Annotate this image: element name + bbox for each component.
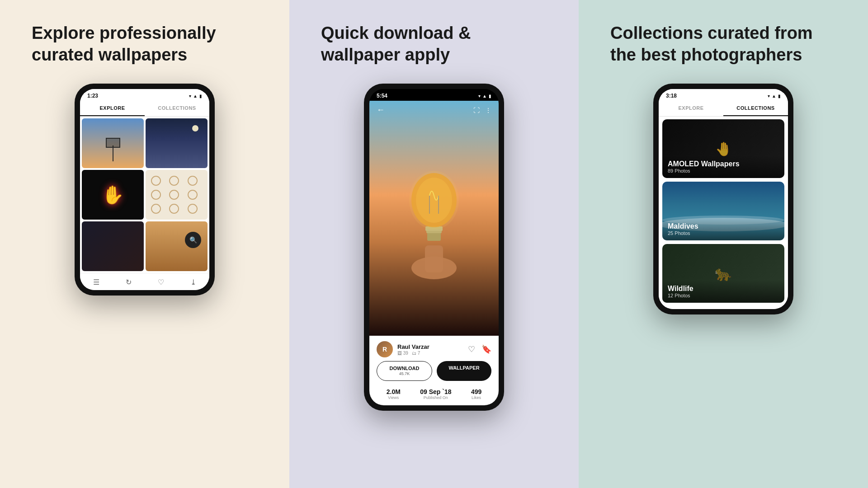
tab-explore-3[interactable]: EXPLORE bbox=[659, 101, 723, 116]
panel-download: Quick download & wallpaper apply 5:54 ▾ … bbox=[289, 0, 579, 488]
wifi-icon-2: ▾ bbox=[478, 94, 481, 99]
panel3-title: Collections curated from the best photog… bbox=[610, 23, 836, 66]
lightbulb-image bbox=[398, 101, 470, 336]
grid-item-sand[interactable] bbox=[146, 221, 208, 271]
tab-explore-1[interactable]: EXPLORE bbox=[80, 101, 145, 116]
photo-actions: ♡ 🔖 bbox=[468, 344, 491, 354]
signal-icon: ▲ bbox=[193, 94, 198, 99]
photographer-details: Raul Varzar 🖼 39 🗂 7 bbox=[397, 343, 429, 356]
hand-amoled: 🤚 bbox=[715, 141, 732, 157]
collection-title-amoled: AMOLED Wallpapers bbox=[668, 160, 779, 168]
bottom-nav-1: ☰ ↻ ♡ ⤓ bbox=[80, 273, 209, 290]
circle-2 bbox=[169, 176, 179, 186]
photographer-left: R Raul Varzar 🖼 39 🗂 7 bbox=[377, 341, 429, 357]
battery-icon: ▮ bbox=[199, 94, 202, 99]
stats-row: 2.0M Views 09 Sep `18 Published On 499 L… bbox=[377, 386, 491, 400]
signal-icon-3: ▲ bbox=[772, 94, 776, 99]
collection-amoled[interactable]: 🤚 AMOLED Wallpapers 89 Photos bbox=[662, 119, 784, 178]
upload-stat: 🖼 39 bbox=[397, 351, 408, 356]
svg-point-9 bbox=[409, 171, 459, 230]
more-icon[interactable]: ⋮ bbox=[485, 107, 491, 114]
panel1-title: Explore professionally curated wallpaper… bbox=[32, 23, 258, 66]
menu-icon[interactable]: ☰ bbox=[93, 278, 99, 286]
photographer-row: R Raul Varzar 🖼 39 🗂 7 ♡ 🔖 bbox=[377, 341, 491, 357]
fullscreen-icon[interactable]: ⛶ bbox=[473, 107, 480, 114]
neon-art: ✋ bbox=[102, 184, 124, 206]
phone-mockup-2: 5:54 ▾ ▲ ▮ ← ⛶ ⋮ bbox=[364, 84, 504, 411]
heart-icon[interactable]: ♡ bbox=[468, 344, 475, 354]
wallpaper-grid: ✋ bbox=[80, 117, 209, 273]
collection-title-maldives: Maldives bbox=[668, 222, 779, 230]
circle-1 bbox=[151, 176, 161, 186]
download-nav-icon[interactable]: ⤓ bbox=[190, 278, 196, 286]
phone-mockup-3: 3:18 ▾ ▲ ▮ EXPLORE COLLECTIONS 🤚 bbox=[653, 84, 793, 314]
grid-item-circles[interactable] bbox=[146, 170, 208, 220]
wallpaper-image: ← ⛶ ⋮ bbox=[369, 101, 499, 336]
refresh-icon[interactable]: ↻ bbox=[126, 278, 132, 286]
collection-count-wildlife: 12 Photos bbox=[668, 293, 779, 298]
collection-count-amoled: 89 Photos bbox=[668, 168, 779, 174]
wallpaper-topnav: ← ⛶ ⋮ bbox=[369, 101, 499, 119]
collection-title-wildlife: Wildlife bbox=[668, 285, 779, 293]
collection-maldives[interactable]: Maldives 25 Photos bbox=[662, 182, 784, 240]
heart-nav-icon[interactable]: ♡ bbox=[158, 278, 164, 286]
circle-3 bbox=[188, 176, 198, 186]
grid-item-dark[interactable] bbox=[82, 221, 144, 271]
stat-views: 2.0M Views bbox=[387, 388, 401, 400]
panel-collections: Collections curated from the best photog… bbox=[579, 0, 868, 488]
circle-9 bbox=[188, 204, 198, 214]
lightbulb-svg bbox=[398, 155, 470, 282]
status-icons-1: ▾ ▲ ▮ bbox=[189, 94, 202, 99]
moon-shape bbox=[192, 125, 198, 131]
collection-overlay-maldives: Maldives 25 Photos bbox=[662, 218, 784, 240]
collection-overlay-amoled: AMOLED Wallpapers 89 Photos bbox=[662, 155, 784, 178]
search-icon: 🔍 bbox=[189, 236, 197, 244]
photographer-stats: 🖼 39 🗂 7 bbox=[397, 351, 429, 356]
status-icons-2: ▾ ▲ ▮ bbox=[478, 94, 491, 99]
wifi-icon-3: ▾ bbox=[768, 94, 770, 99]
status-time-1: 1:23 bbox=[87, 93, 98, 99]
panel-explore: Explore professionally curated wallpaper… bbox=[0, 0, 289, 488]
signal-icon-2: ▲ bbox=[482, 94, 487, 99]
status-bar-1: 1:23 ▾ ▲ ▮ bbox=[80, 89, 209, 101]
circle-8 bbox=[169, 204, 179, 214]
download-button[interactable]: DOWNLOAD 45.7K bbox=[377, 361, 432, 381]
bookmark-icon[interactable]: 🔖 bbox=[481, 344, 491, 354]
collection-stat: 🗂 7 bbox=[412, 351, 420, 356]
collection-overlay-wildlife: Wildlife 12 Photos bbox=[662, 280, 784, 303]
phone-screen-3: 3:18 ▾ ▲ ▮ EXPLORE COLLECTIONS 🤚 bbox=[659, 89, 788, 309]
tabs-3: EXPLORE COLLECTIONS bbox=[659, 101, 788, 117]
back-arrow-icon[interactable]: ← bbox=[377, 105, 385, 115]
tabs-1: EXPLORE COLLECTIONS bbox=[80, 101, 209, 117]
battery-icon-2: ▮ bbox=[489, 94, 491, 99]
grid-item-neon[interactable]: ✋ bbox=[82, 170, 144, 220]
svg-rect-1 bbox=[425, 245, 443, 272]
battery-icon-3: ▮ bbox=[778, 94, 781, 99]
collection-count-maldives: 25 Photos bbox=[668, 230, 779, 236]
stat-likes: 499 Likes bbox=[471, 388, 481, 400]
status-time-3: 3:18 bbox=[666, 93, 677, 99]
leopard-icon: 🐆 bbox=[714, 265, 732, 282]
hoop-shape bbox=[104, 139, 122, 161]
photo-info: R Raul Varzar 🖼 39 🗂 7 ♡ 🔖 bbox=[369, 336, 499, 405]
circle-6 bbox=[188, 190, 198, 200]
wallpaper-button[interactable]: WALLPAPER bbox=[437, 361, 491, 381]
status-time-2: 5:54 bbox=[377, 93, 387, 99]
status-bar-3: 3:18 ▾ ▲ ▮ bbox=[659, 89, 788, 101]
download-buttons: DOWNLOAD 45.7K WALLPAPER bbox=[377, 361, 491, 381]
circle-4 bbox=[151, 190, 161, 200]
collection-wildlife[interactable]: 🐆 Wildlife 12 Photos bbox=[662, 244, 784, 303]
phone-screen-1: 1:23 ▾ ▲ ▮ EXPLORE COLLECTIONS bbox=[80, 89, 209, 290]
phone-mockup-1: 1:23 ▾ ▲ ▮ EXPLORE COLLECTIONS bbox=[75, 84, 215, 296]
phone-screen-2: 5:54 ▾ ▲ ▮ ← ⛶ ⋮ bbox=[369, 89, 499, 405]
grid-item-hoop[interactable] bbox=[82, 118, 144, 168]
search-fab[interactable]: 🔍 bbox=[185, 232, 201, 248]
grid-item-night[interactable] bbox=[146, 118, 208, 168]
circle-5 bbox=[169, 190, 179, 200]
tab-collections-3[interactable]: COLLECTIONS bbox=[723, 101, 788, 116]
circle-7 bbox=[151, 204, 161, 214]
collections-list: 🤚 AMOLED Wallpapers 89 Photos Maldives bbox=[659, 117, 788, 309]
tab-collections-1[interactable]: COLLECTIONS bbox=[145, 101, 209, 116]
photographer-avatar[interactable]: R bbox=[377, 341, 393, 357]
status-bar-2: 5:54 ▾ ▲ ▮ bbox=[369, 89, 499, 101]
